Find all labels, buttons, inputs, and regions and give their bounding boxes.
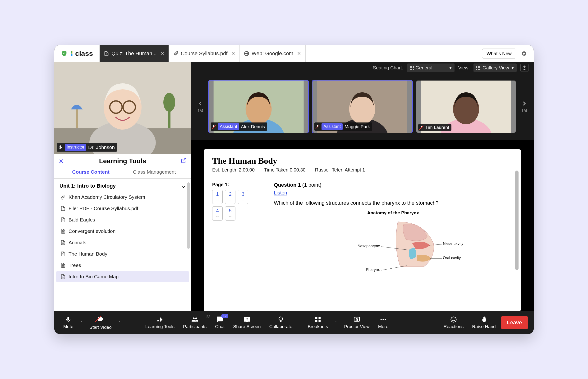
role-badge-instructor: Instructor — [65, 144, 86, 151]
start-video-button[interactable]: Start Video — [86, 316, 115, 330]
close-icon[interactable]: ✕ — [297, 51, 301, 56]
more-button[interactable]: More — [375, 316, 392, 329]
content-item-label: Intro to Bio Game Map — [68, 274, 118, 280]
svg-rect-4 — [76, 110, 78, 128]
instructor-name-pill: Instructor Dr. Johnson — [57, 143, 117, 152]
content-item[interactable]: File: PDF - Course Syllabus.pdf — [56, 203, 189, 214]
gallery-tiles: AssistantAlex DennisAssistantMaggie Park… — [209, 80, 516, 133]
content-item[interactable]: Intro to Bio Game Map — [56, 271, 189, 282]
tab-web[interactable]: Web: Google.com ✕ — [240, 45, 306, 62]
unit-header[interactable]: Unit 1: Intro to Biology ⌄ — [54, 179, 191, 191]
question-column: Question 1 (1 point) Listen Which of the… — [274, 182, 512, 274]
collaborate-button[interactable]: Collaborate — [266, 316, 296, 329]
role-badge: Assistant — [218, 123, 239, 130]
tile-name-pill: AssistantMaggie Park — [314, 123, 372, 131]
app-window: class Quiz: The Human... ✕ Course Syllab… — [54, 45, 534, 334]
video-tile[interactable]: Tim Laurent — [416, 80, 516, 133]
question-number-button[interactable]: 5-- — [225, 206, 235, 221]
svg-rect-25 — [315, 317, 317, 319]
close-icon[interactable]: ✕ — [160, 51, 164, 56]
tab-quiz[interactable]: Quiz: The Human... ✕ — [100, 45, 169, 62]
main-content: The Human Body Est. Length: 2:00:00 Time… — [191, 140, 534, 311]
view-select[interactable]: Gallery View ▾ — [473, 63, 517, 72]
top-right-controls: What's New — [482, 49, 527, 59]
seating-chart-label: Seating Chart: — [373, 65, 403, 71]
content-item[interactable]: Animals — [56, 237, 189, 248]
unit-title: Unit 1: Intro to Biology — [60, 183, 116, 189]
participant-name: Alex Dennis — [241, 124, 265, 129]
instructor-video[interactable]: Instructor Dr. Johnson — [54, 62, 191, 154]
tab-course-content[interactable]: Course Content — [59, 166, 123, 178]
brand-logo: class — [71, 49, 93, 58]
whats-new-button[interactable]: What's New — [482, 49, 516, 59]
svg-point-34 — [451, 317, 456, 322]
content-item[interactable]: Khan Academy Circulatory System — [56, 191, 189, 203]
content-item[interactable]: The Human Body — [56, 248, 189, 260]
view-value: Gallery View — [483, 65, 509, 71]
page-indicator: 1/4 — [197, 109, 203, 113]
label-pharynx: Pharynx — [366, 268, 380, 272]
scrollbar[interactable] — [187, 182, 190, 249]
gear-icon[interactable] — [521, 50, 527, 57]
svg-point-30 — [356, 319, 357, 320]
video-caret[interactable]: ⌃ — [117, 321, 123, 325]
label-oral-cavity: Oral cavity — [443, 256, 461, 260]
svg-rect-27 — [315, 320, 317, 322]
tab-syllabus[interactable]: Course Syllabus.pdf ✕ — [169, 45, 240, 62]
question-title: Question 1 (1 point) — [274, 182, 512, 188]
raise-hand-button[interactable]: Raise Hand — [469, 316, 499, 329]
share-screen-button[interactable]: Share Screen — [230, 316, 264, 329]
svg-line-24 — [381, 266, 407, 270]
chat-button[interactable]: 17 Chat — [212, 316, 228, 329]
mute-button[interactable]: Mute — [60, 316, 77, 329]
learning-tools-panel: ✕ Learning Tools Course Content Class Ma… — [54, 154, 191, 311]
content-item[interactable]: Convergent evolution — [56, 225, 189, 237]
gallery-prev[interactable]: 1/4 — [196, 100, 205, 113]
listen-link[interactable]: Listen — [274, 190, 287, 196]
question-number-button[interactable]: 3-- — [238, 190, 248, 204]
breakouts-button[interactable]: Breakouts — [304, 316, 332, 329]
timer-button[interactable] — [521, 64, 528, 72]
label-nasopharynx: Nasopharynx — [357, 244, 380, 248]
question-number-button[interactable]: 1-- — [212, 190, 223, 204]
tab-label: Quiz: The Human... — [111, 50, 156, 57]
breakouts-caret[interactable]: ⌃ — [333, 321, 339, 325]
chevron-down-icon: ⌄ — [181, 183, 186, 189]
content-item[interactable]: Trees — [56, 260, 189, 271]
view-selector-strip: Seating Chart: General ▾ View: Gallery V… — [191, 62, 534, 73]
tab-strip: Quiz: The Human... ✕ Course Syllabus.pdf… — [100, 45, 306, 62]
popout-icon[interactable] — [181, 158, 186, 164]
shield-icon — [61, 50, 67, 57]
reactions-button[interactable]: Reactions — [440, 316, 467, 329]
toolbar-divider — [300, 316, 300, 329]
learning-tools-button[interactable]: Learning Tools — [142, 316, 178, 329]
close-icon[interactable]: ✕ — [59, 158, 64, 165]
content-item[interactable]: Bald Eagles — [56, 214, 189, 225]
quiz-body: Page 1: 1--2--3--4--5-- Question 1 (1 po… — [212, 182, 512, 274]
est-length-value: 2:00:00 — [239, 167, 255, 173]
role-badge: Assistant — [321, 123, 343, 130]
seating-chart-select[interactable]: General ▾ — [407, 63, 454, 72]
close-icon[interactable]: ✕ — [231, 51, 235, 56]
question-number-button[interactable]: 2-- — [225, 190, 235, 204]
svg-rect-28 — [319, 320, 320, 322]
reactions-label: Reactions — [444, 324, 464, 329]
instructor-name: Dr. Johnson — [88, 144, 115, 150]
participants-button[interactable]: 23 Participants — [180, 316, 210, 329]
video-tile[interactable]: AssistantMaggie Park — [313, 80, 412, 133]
leave-button[interactable]: Leave — [501, 316, 528, 329]
video-gallery: 1/4 AssistantAlex DennisAssistantMaggie … — [191, 73, 534, 140]
svg-point-31 — [381, 319, 382, 320]
more-label: More — [378, 324, 388, 329]
tab-class-management[interactable]: Class Management — [123, 166, 186, 178]
mute-caret[interactable]: ⌃ — [79, 321, 84, 325]
video-tile[interactable]: AssistantAlex Dennis — [209, 80, 308, 133]
proctor-view-button[interactable]: Proctor View — [341, 316, 373, 329]
svg-point-33 — [385, 319, 386, 320]
question-number-button[interactable]: 4-- — [212, 206, 223, 221]
mute-label: Mute — [63, 324, 73, 329]
gallery-next[interactable]: 1/4 — [520, 100, 529, 113]
scrollbar[interactable] — [515, 171, 519, 270]
page-indicator: 1/4 — [521, 109, 527, 113]
page-label: Page 1: — [212, 182, 260, 187]
